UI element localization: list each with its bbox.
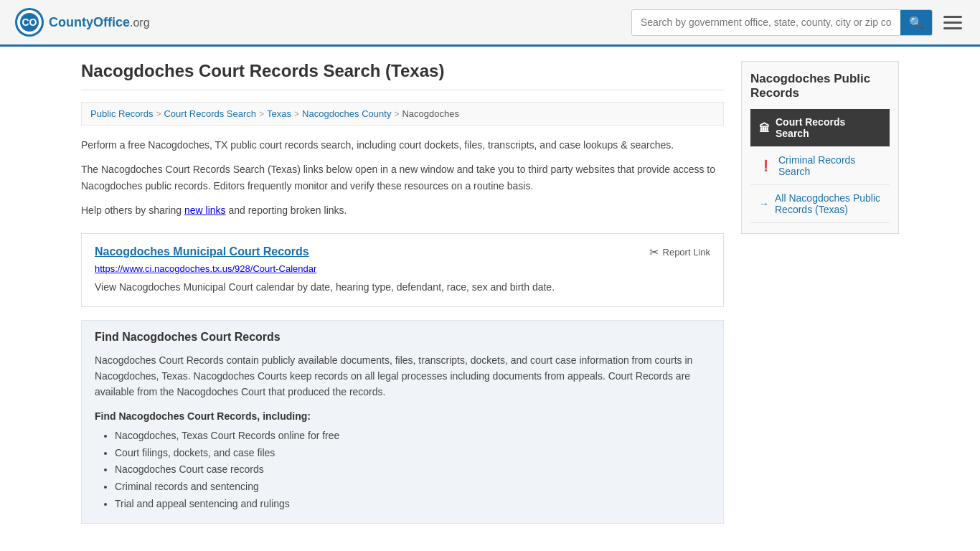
sidebar-item-criminal-records[interactable]: ❗ Criminal Records Search (750, 147, 890, 185)
breadcrumb-court-records-search[interactable]: Court Records Search (164, 108, 256, 119)
sidebar-nav: 🏛 Court Records Search ❗ Criminal Record… (750, 109, 890, 223)
breadcrumb-sep-3: > (294, 109, 299, 119)
logo-icon: CO (14, 7, 44, 37)
scissors-icon: ✂ (649, 245, 659, 259)
list-item: Nacogdoches, Texas Court Records online … (115, 428, 710, 445)
svg-text:CO: CO (22, 17, 37, 28)
search-input[interactable] (632, 11, 900, 34)
find-section-title: Find Nacogdoches Court Records (95, 331, 710, 344)
hamburger-line-1 (943, 16, 962, 18)
page-title: Nacogdoches Court Records Search (Texas) (81, 61, 724, 90)
breadcrumb-current: Nacogdoches (402, 108, 459, 119)
sidebar-link-court-records[interactable]: 🏛 Court Records Search (750, 109, 890, 146)
sidebar-label-court-records: Court Records Search (776, 116, 881, 139)
breadcrumb-texas[interactable]: Texas (267, 108, 291, 119)
sidebar-item-all-records[interactable]: → All Nacogdoches Public Records (Texas) (750, 185, 890, 223)
report-link-label: Report Link (663, 247, 710, 258)
site-header: CO CountyOffice.org 🔍 (0, 0, 980, 47)
record-card-title: Nacogdoches Municipal Court Records (95, 245, 309, 258)
court-icon: 🏛 (759, 122, 770, 134)
hamburger-line-2 (943, 22, 962, 24)
sidebar-label-all-records: All Nacogdoches Public Records (Texas) (775, 192, 881, 215)
find-section: Find Nacogdoches Court Records Nacogdoch… (81, 320, 724, 524)
help-text: Help others by sharing new links and rep… (81, 202, 724, 218)
list-item: Nacogdoches Court case records (115, 461, 710, 479)
list-item: Court filings, dockets, and case files (115, 445, 710, 462)
list-item: Trial and appeal sentencing and rulings (115, 496, 710, 513)
alert-icon: ❗ (759, 159, 773, 172)
breadcrumb-nacogdoches-county[interactable]: Nacogdoches County (302, 108, 391, 119)
record-card-header: Nacogdoches Municipal Court Records ✂ Re… (95, 245, 710, 259)
sidebar: Nacogdoches Public Records 🏛 Court Recor… (741, 61, 899, 524)
breadcrumb-sep-2: > (259, 109, 264, 119)
find-section-list-title: Find Nacogdoches Court Records, includin… (95, 410, 710, 422)
intro-paragraph-2: The Nacogdoches Court Records Search (Te… (81, 161, 724, 194)
record-card: Nacogdoches Municipal Court Records ✂ Re… (81, 233, 724, 307)
search-bar: 🔍 (631, 9, 933, 36)
find-section-description: Nacogdoches Court Records contain public… (95, 352, 710, 400)
record-card-url: https://www.ci.nacogdoches.tx.us/928/Cou… (95, 263, 710, 274)
logo-area: CO CountyOffice.org (14, 7, 150, 37)
breadcrumb-sep-1: > (156, 109, 161, 119)
hamburger-button[interactable] (940, 12, 966, 33)
sidebar-link-criminal-records[interactable]: ❗ Criminal Records Search (750, 147, 890, 184)
report-link-button[interactable]: ✂ Report Link (649, 245, 710, 259)
intro-paragraph-1: Perform a free Nacogdoches, TX public co… (81, 137, 724, 153)
sidebar-link-all-records[interactable]: → All Nacogdoches Public Records (Texas) (750, 185, 890, 222)
list-item: Criminal records and sentencing (115, 479, 710, 496)
content-area: Nacogdoches Court Records Search (Texas)… (81, 61, 724, 524)
record-card-title-link[interactable]: Nacogdoches Municipal Court Records (95, 245, 309, 258)
sidebar-label-criminal-records: Criminal Records Search (778, 154, 881, 177)
header-right: 🔍 (631, 9, 966, 36)
hamburger-line-3 (943, 27, 962, 29)
breadcrumb: Public Records > Court Records Search > … (81, 102, 724, 126)
new-links-link[interactable]: new links (184, 204, 226, 216)
logo-text: CountyOffice.org (49, 15, 150, 30)
search-button[interactable]: 🔍 (900, 10, 932, 35)
help-text-prefix: Help others by sharing (81, 204, 184, 216)
main-container: Nacogdoches Court Records Search (Texas)… (67, 47, 913, 538)
record-card-url-link[interactable]: https://www.ci.nacogdoches.tx.us/928/Cou… (95, 263, 316, 274)
find-list: Nacogdoches, Texas Court Records online … (95, 428, 710, 513)
breadcrumb-sep-4: > (394, 109, 399, 119)
arrow-icon: → (759, 198, 769, 209)
sidebar-title: Nacogdoches Public Records (750, 72, 890, 100)
record-card-description: View Nacogdoches Municipal Court calenda… (95, 280, 710, 295)
sidebar-item-court-records[interactable]: 🏛 Court Records Search (750, 109, 890, 147)
help-text-suffix: and reporting broken links. (226, 204, 347, 216)
breadcrumb-public-records[interactable]: Public Records (90, 108, 153, 119)
